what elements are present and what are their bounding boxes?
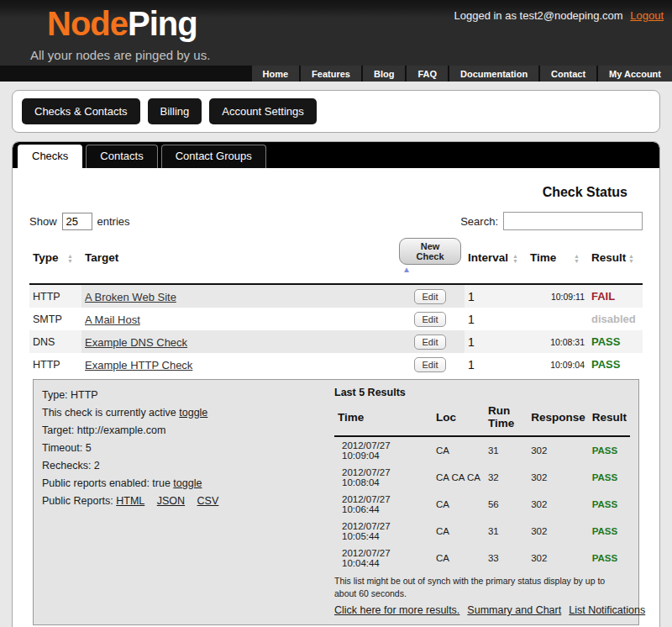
entries-count-input[interactable] xyxy=(62,213,92,230)
list-notifications-link[interactable]: List Notifications xyxy=(569,604,645,616)
check-target-cell: Example HTTP Check xyxy=(81,353,396,376)
check-type: HTTP xyxy=(29,284,81,308)
results-links: Click here for more results. Summary and… xyxy=(334,604,630,616)
result-row: 2012/07/27 10:04:44 CA 33 302 PASS xyxy=(334,545,630,572)
check-target-link[interactable]: A Mail Host xyxy=(85,314,140,326)
table-controls: Show entries Search: xyxy=(29,212,643,230)
tab-checks[interactable]: Checks xyxy=(18,145,82,168)
check-target-link[interactable]: A Broken Web Site xyxy=(85,291,176,303)
tagline: All your nodes are pinged by us. xyxy=(30,48,210,62)
detail-row: Type: HTTP This check is currently activ… xyxy=(29,376,643,627)
result-loc: CA xyxy=(433,491,485,518)
results-col-runtime: Run Time xyxy=(485,400,528,436)
sort-both-icon: ▲▼ xyxy=(574,254,580,264)
table-header-row: ▲▼ Type Target New Check▲ ▲▼ Interval ▲▼ xyxy=(29,234,643,284)
summary-chart-link[interactable]: Summary and Chart xyxy=(467,604,561,616)
account-settings-button[interactable]: Account Settings xyxy=(209,98,317,124)
edit-cell: Edit xyxy=(396,353,465,376)
check-time: 10:08:31 xyxy=(527,330,588,353)
result-time: 2012/07/27 10:04:44 xyxy=(334,545,433,572)
result-row: 2012/07/27 10:05:44 CA 31 302 PASS xyxy=(334,518,630,545)
check-interval: 1 xyxy=(465,308,527,330)
login-status-area: Logged in as test2@nodeping.com Logout xyxy=(454,9,664,22)
edit-cell: Edit xyxy=(396,330,465,353)
edit-button[interactable]: Edit xyxy=(414,312,447,327)
result-loc: CA xyxy=(433,518,485,545)
checks-contacts-button[interactable]: Checks & Contacts xyxy=(22,98,140,124)
table-row: HTTP A Broken Web Site Edit 1 10:09:11 F… xyxy=(29,284,643,308)
result-status: PASS xyxy=(589,545,630,572)
check-result[interactable]: disabled xyxy=(588,308,643,330)
sort-ascending-icon: ▲ xyxy=(402,265,411,274)
check-result[interactable]: PASS xyxy=(588,330,643,353)
nav-item-my-account[interactable]: My Account xyxy=(598,66,672,82)
edit-button[interactable]: Edit xyxy=(414,357,447,372)
result-runtime: 31 xyxy=(485,518,528,545)
nav-item-blog[interactable]: Blog xyxy=(363,66,405,82)
column-header-time[interactable]: ▲▼ Time xyxy=(527,234,588,284)
result-status: PASS xyxy=(589,518,630,545)
nav-item-documentation[interactable]: Documentation xyxy=(449,66,538,82)
detail-timeout-line: Timeout: 5 xyxy=(42,440,328,457)
result-response: 302 xyxy=(528,491,589,518)
checks-table: ▲▼ Type Target New Check▲ ▲▼ Interval ▲▼ xyxy=(29,234,643,627)
billing-button[interactable]: Billing xyxy=(148,98,202,124)
detail-rechecks-line: Rechecks: 2 xyxy=(42,457,328,475)
results-header-row: Time Loc Run Time Response Result xyxy=(334,400,630,436)
sort-both-icon: ▲▼ xyxy=(512,254,518,264)
table-row: DNS Example DNS Check Edit 1 10:08:31 PA… xyxy=(29,330,643,353)
report-csv-link[interactable]: CSV xyxy=(197,495,219,507)
check-result[interactable]: FAIL xyxy=(588,284,643,308)
result-response: 302 xyxy=(528,545,589,572)
report-json-link[interactable]: JSON xyxy=(157,495,185,507)
more-results-link[interactable]: Click here for more results. xyxy=(334,604,459,616)
last-results-table: Time Loc Run Time Response Result xyxy=(334,400,630,572)
results-col-response: Response xyxy=(528,400,589,436)
report-html-link[interactable]: HTML xyxy=(116,495,144,507)
column-header-interval[interactable]: ▲▼ Interval xyxy=(465,234,527,284)
nav-item-home[interactable]: Home xyxy=(252,66,300,82)
check-time: 10:09:11 xyxy=(527,284,588,308)
search-label: Search: xyxy=(460,215,498,228)
check-target-link[interactable]: Example DNS Check xyxy=(85,336,187,349)
column-header-target[interactable]: Target xyxy=(81,234,396,284)
edit-button[interactable]: Edit xyxy=(414,289,447,304)
last-results-section: Last 5 Results Time xyxy=(334,387,630,616)
checks-content: Check Status Show entries Search: ▲▼ xyxy=(13,168,659,627)
result-row: 2012/07/27 10:06:44 CA 56 302 PASS xyxy=(334,491,630,518)
result-runtime: 56 xyxy=(485,491,528,518)
check-type: HTTP xyxy=(29,353,81,376)
nodeping-logo[interactable]: NodePing xyxy=(47,5,197,43)
login-status-text: Logged in as test2@nodeping.com xyxy=(454,9,622,22)
show-label: Show xyxy=(29,215,57,228)
detail-active-line: This check is currently active toggle xyxy=(42,404,328,422)
nav-item-faq[interactable]: FAQ xyxy=(407,66,448,82)
check-type: DNS xyxy=(29,330,81,353)
edit-cell: Edit xyxy=(396,284,465,308)
search-input[interactable] xyxy=(503,212,643,230)
active-toggle-link[interactable]: toggle xyxy=(179,407,207,419)
check-detail-panel: Type: HTTP This check is currently activ… xyxy=(33,379,639,625)
column-header-type[interactable]: ▲▼ Type xyxy=(29,234,81,284)
nav-item-contact[interactable]: Contact xyxy=(540,66,596,82)
public-toggle-link[interactable]: toggle xyxy=(173,477,202,489)
result-row: 2012/07/27 10:09:04 CA 31 302 PASS xyxy=(334,436,630,464)
result-time: 2012/07/27 10:05:44 xyxy=(334,518,433,545)
entries-label: entries xyxy=(97,215,130,228)
logout-link[interactable]: Logout xyxy=(630,9,664,22)
table-row: SMTP A Mail Host Edit 1 disabled xyxy=(29,308,643,330)
result-time: 2012/07/27 10:06:44 xyxy=(334,491,433,518)
tab-contact-groups[interactable]: Contact Groups xyxy=(161,145,266,168)
nav-item-features[interactable]: Features xyxy=(301,66,361,82)
check-detail-info: Type: HTTP This check is currently activ… xyxy=(42,387,328,616)
check-result[interactable]: PASS xyxy=(588,353,643,376)
detail-type-line: Type: HTTP xyxy=(42,387,328,404)
tab-contacts[interactable]: Contacts xyxy=(86,145,157,168)
check-target-link[interactable]: Example HTTP Check xyxy=(85,359,192,371)
new-check-button[interactable]: New Check xyxy=(399,238,461,265)
edit-button[interactable]: Edit xyxy=(414,335,447,350)
main-panel: Checks Contacts Contact Groups Check Sta… xyxy=(12,141,660,627)
column-header-result[interactable]: ▲▼ Result xyxy=(588,234,643,284)
search-control: Search: xyxy=(460,212,643,230)
table-row: HTTP Example HTTP Check Edit 1 10:09:04 … xyxy=(29,353,643,376)
